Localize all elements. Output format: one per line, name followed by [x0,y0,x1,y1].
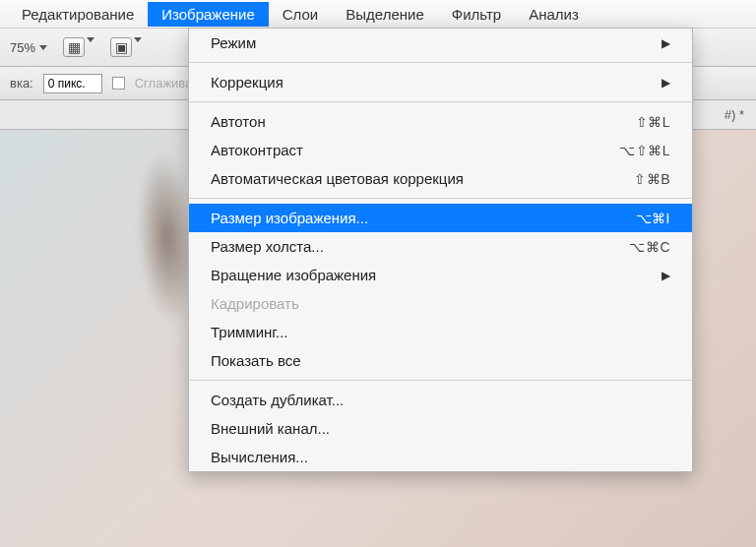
screen-mode-icon[interactable]: ▣ [110,37,132,57]
menu-separator [189,101,692,102]
menu-item-autocontrast[interactable]: Автоконтраст ⌥⇧⌘L [189,136,692,164]
menu-item-duplicate[interactable]: Создать дубликат... [189,386,692,414]
arrange-docs-icon[interactable]: ▦ [63,37,85,57]
submenu-arrow-icon: ▶ [662,76,670,90]
menu-filter[interactable]: Фильтр [438,2,515,27]
menu-item-reveal-all[interactable]: Показать все [189,346,692,375]
menu-image[interactable]: Изображение [148,2,269,27]
menu-select[interactable]: Выделение [332,2,437,27]
menu-item-apply-image[interactable]: Внешний канал... [189,414,692,443]
menubar: Редактирование Изображение Слои Выделени… [0,0,756,28]
menu-item-image-size[interactable]: Размер изображения... ⌥⌘I [189,204,692,232]
menu-analysis[interactable]: Анализ [515,2,593,27]
antialias-checkbox[interactable] [112,77,125,90]
chevron-down-icon [134,37,142,42]
menu-separator [189,198,692,199]
zoom-value: 75% [10,40,35,55]
menu-item-image-rotation[interactable]: Вращение изображения ▶ [189,261,692,289]
image-menu-dropdown: Режим ▶ Коррекция ▶ Автотон ⇧⌘L Автоконт… [188,28,693,472]
menu-separator [189,380,692,381]
chevron-down-icon [87,37,94,42]
feather-label: вка: [10,76,33,91]
menu-separator [189,62,692,63]
menu-edit[interactable]: Редактирование [8,2,148,27]
menu-item-crop: Кадрировать [189,289,692,318]
feather-input[interactable] [43,74,102,93]
menu-item-canvas-size[interactable]: Размер холста... ⌥⌘C [189,232,692,261]
antialias-label: Сглажива [135,76,193,91]
menu-item-autotone[interactable]: Автотон ⇧⌘L [189,107,692,136]
menu-item-adjustments[interactable]: Коррекция ▶ [189,68,692,96]
tab-title-suffix: #) * [724,107,744,122]
zoom-control[interactable]: 75% [10,40,47,55]
chevron-down-icon [39,45,47,50]
menu-item-calculations[interactable]: Вычисления... [189,443,692,471]
submenu-arrow-icon: ▶ [662,269,670,282]
menu-layers[interactable]: Слои [269,2,332,27]
menu-item-autocolor[interactable]: Автоматическая цветовая коррекция ⇧⌘B [189,164,692,193]
menu-item-mode[interactable]: Режим ▶ [189,29,692,57]
menu-item-trim[interactable]: Тримминг... [189,318,692,346]
submenu-arrow-icon: ▶ [662,36,670,50]
